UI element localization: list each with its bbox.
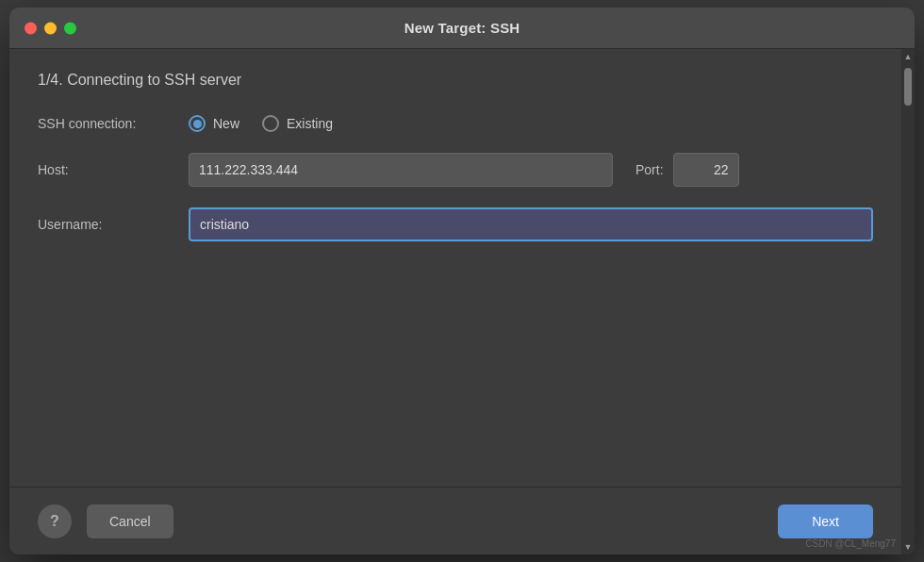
username-label: Username: bbox=[38, 217, 189, 232]
window-title: New Target: SSH bbox=[404, 20, 520, 36]
host-port-row: Host: Port: bbox=[38, 153, 873, 187]
title-bar: New Target: SSH bbox=[9, 8, 915, 49]
ssh-connection-row: SSH connection: New Existing bbox=[38, 115, 873, 132]
port-input[interactable] bbox=[673, 153, 739, 187]
footer-left: ? Cancel bbox=[38, 504, 173, 538]
radio-existing-option[interactable]: Existing bbox=[262, 115, 333, 132]
username-row: Username: bbox=[38, 207, 873, 241]
maximize-button[interactable] bbox=[64, 22, 76, 34]
minimize-button[interactable] bbox=[44, 22, 57, 34]
close-button[interactable] bbox=[25, 22, 37, 34]
window-controls bbox=[25, 22, 76, 34]
host-label: Host: bbox=[38, 162, 189, 177]
radio-new-label: New bbox=[213, 116, 239, 131]
cancel-button[interactable]: Cancel bbox=[87, 504, 173, 538]
dialog-footer: ? Cancel Next bbox=[9, 487, 915, 554]
radio-existing-label: Existing bbox=[287, 116, 333, 131]
dialog-window: New Target: SSH ▲ ▼ 1/4. Connecting to S… bbox=[9, 8, 915, 554]
radio-new-option[interactable]: New bbox=[189, 115, 239, 132]
radio-existing-circle bbox=[262, 115, 279, 132]
host-port-inputs: Port: bbox=[189, 153, 873, 187]
radio-group: New Existing bbox=[189, 115, 333, 132]
step-title: 1/4. Connecting to SSH server bbox=[38, 72, 873, 89]
help-button[interactable]: ? bbox=[38, 504, 72, 538]
radio-new-circle bbox=[189, 115, 206, 132]
port-label: Port: bbox=[635, 162, 664, 177]
scrollbar-thumb[interactable] bbox=[904, 68, 912, 106]
ssh-connection-label: SSH connection: bbox=[38, 116, 189, 131]
username-input[interactable] bbox=[189, 207, 873, 241]
next-button[interactable]: Next bbox=[778, 504, 873, 538]
watermark: CSDN @CL_Meng77 bbox=[805, 538, 896, 549]
scroll-down-arrow[interactable]: ▼ bbox=[901, 539, 915, 554]
form-content: 1/4. Connecting to SSH server SSH connec… bbox=[9, 49, 915, 487]
scrollbar-track: ▲ ▼ bbox=[901, 49, 915, 554]
scroll-up-arrow[interactable]: ▲ bbox=[901, 49, 915, 64]
host-input[interactable] bbox=[189, 153, 613, 187]
